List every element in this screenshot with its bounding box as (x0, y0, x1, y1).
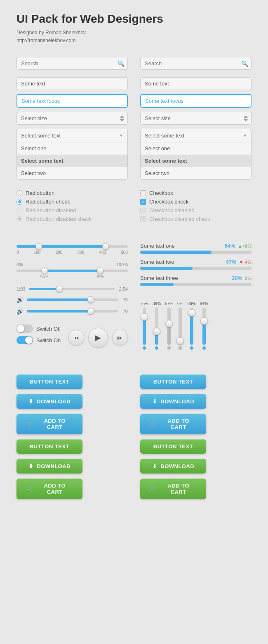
search-input-2[interactable] (140, 57, 252, 70)
progress-row-2: Some text two 47% ▼-4% (140, 259, 252, 270)
pct-handle-1[interactable] (41, 268, 48, 274)
range-slider: 0100200300400500 (16, 245, 128, 255)
progress-fill-1 (140, 251, 212, 254)
btn-cart-green-1[interactable]: 🛒 ADD TO CART (16, 478, 82, 499)
vol-1-track[interactable] (27, 298, 118, 301)
checkbox-label-2-0: Checkbox (149, 190, 173, 196)
dropdown-arrow-1: ▼ (119, 133, 123, 138)
btn-text-green-1[interactable]: BUTTON TEXT (16, 439, 82, 454)
volume-icon-2: 🔊 (16, 308, 24, 315)
dropdown-item-2-0[interactable]: Select one (141, 142, 251, 155)
dropdown-item-1-2[interactable]: Select two (17, 167, 127, 179)
checkbox-btn-2-3: ✓ (140, 216, 146, 222)
switch-on[interactable] (16, 336, 33, 344)
pct-handle-2[interactable] (97, 268, 103, 274)
v-slider-track-6[interactable] (202, 308, 206, 345)
btn-row-2-5: 🛒 ADD TO CART (140, 478, 252, 499)
v-slider-handle-3[interactable] (165, 320, 173, 327)
v-slider-dot-1 (143, 346, 146, 350)
dropdown-arrow-2: ▼ (243, 133, 247, 138)
dropdown-item-2-2[interactable]: Select two (141, 167, 251, 179)
btn-row-1-2: 🛒 ADD TO CART (16, 414, 128, 434)
vol-1-fill (27, 298, 91, 301)
time-handle[interactable] (56, 286, 63, 292)
v-slider-handle-5[interactable] (188, 309, 195, 317)
dropdown-header-1[interactable]: Select some text ▼ (17, 129, 127, 142)
btn-cart-blue-2[interactable]: 🛒 ADD TO CART (140, 414, 206, 434)
btn-text-blue-1[interactable]: BUTTON TEXT (16, 374, 82, 389)
v-slider-handle-4[interactable] (176, 337, 184, 345)
range-handle-2[interactable] (102, 243, 109, 250)
checkbox-btn-2-0[interactable] (140, 190, 146, 196)
v-slider-track-5[interactable] (190, 308, 193, 345)
btn-row-2-3: BUTTON TEXT (140, 439, 252, 454)
buttons-section: BUTTON TEXT ⬇ DOWNLOAD 🛒 ADD TO CART BUT… (16, 374, 252, 504)
dropdown-item-1-1[interactable]: Select some text (17, 155, 127, 167)
select-size-2[interactable]: Select size (140, 112, 252, 125)
btn-text-green-2[interactable]: BUTTON TEXT (140, 439, 206, 454)
btn-text-blue-2[interactable]: BUTTON TEXT (140, 374, 206, 389)
checkbox-btn-2-1[interactable]: ✓ (140, 199, 146, 205)
search-input-1[interactable] (16, 57, 128, 70)
dropdown-item-1-0[interactable]: Select one (17, 142, 127, 155)
range-handle-1[interactable] (35, 243, 42, 250)
pct-range-track[interactable] (16, 270, 128, 272)
page-title: UI Pack for Web Designers (16, 12, 252, 26)
search-icon-2: 🔍 (241, 60, 248, 67)
range-track[interactable] (16, 245, 128, 248)
text-focus-input-1[interactable] (16, 94, 128, 108)
v-slider-handle-6[interactable] (200, 317, 208, 325)
vol-1-handle[interactable] (87, 296, 94, 303)
radio-row-1-0[interactable]: Radiobutton (16, 190, 128, 196)
v-slider-handle-1[interactable] (141, 313, 148, 321)
btn-download-green-1[interactable]: ⬇ DOWNLOAD (16, 459, 82, 474)
progress-track-3 (140, 283, 252, 286)
btn-download-green-2[interactable]: ⬇ DOWNLOAD (140, 459, 206, 474)
switch-off[interactable] (16, 324, 33, 333)
radio-btn-1-2 (16, 208, 22, 213)
dropdown-header-2[interactable]: Select some text ▼ (141, 129, 251, 142)
progress-pct-1: 64% (225, 243, 235, 249)
btn-cart-blue-1[interactable]: 🛒 ADD TO CART (16, 414, 82, 434)
time-track[interactable] (29, 288, 115, 290)
range-labels: 0100200300400500 (16, 250, 128, 255)
search-wrap-1: 🔍 (16, 57, 128, 70)
btn-cart-green-2[interactable]: 🛒 ADD TO CART (140, 478, 206, 499)
v-slider-track-4[interactable] (179, 308, 182, 345)
radio-row-1-1[interactable]: Radiobutton check (16, 199, 128, 205)
media-next-button[interactable]: ⏭ (112, 330, 128, 346)
v-slider-dot-2 (155, 346, 158, 350)
cart-icon-green-2: 🛒 (150, 485, 158, 492)
v-slider-track-2[interactable] (155, 308, 158, 345)
v-slider-track-1[interactable] (143, 308, 146, 345)
v-slider-dot-4 (179, 346, 182, 350)
text-input-2[interactable] (140, 77, 252, 90)
radio-label-1-1: Radiobutton check (26, 199, 70, 205)
vertical-sliders: 75% 36% 57% (140, 301, 252, 350)
dropdown-item-2-1[interactable]: Select some text (141, 155, 251, 167)
btn-download-blue-2[interactable]: ⬇ DOWNLOAD (140, 394, 206, 409)
vol-2-handle[interactable] (87, 308, 94, 315)
radio-row-1-3: Radiobutton disabled check (16, 216, 128, 222)
btn-download-blue-1[interactable]: ⬇ DOWNLOAD (16, 394, 82, 409)
radio-btn-1-1[interactable] (16, 199, 22, 205)
checkbox-check-2-3: ✓ (141, 217, 145, 221)
media-prev-button[interactable]: ⏮ (68, 330, 84, 346)
v-slider-track-3[interactable] (167, 308, 171, 345)
pct-range-values: 25% 75% (16, 275, 128, 279)
radio-btn-1-0[interactable] (16, 190, 22, 196)
pct-range-slider: 0% 100% 25% 75% (16, 262, 128, 279)
vol-2-track[interactable] (27, 310, 118, 313)
v-slider-3: 57% (165, 301, 173, 350)
checkbox-row-2-0[interactable]: Checkbox (140, 190, 252, 196)
radio-label-1-2: Radiobutton disabled (26, 207, 76, 213)
text-input-1[interactable] (16, 77, 128, 90)
search-icon-1: 🔍 (118, 60, 125, 67)
text-focus-input-2[interactable] (140, 94, 252, 108)
select-size-1[interactable]: Select size (16, 112, 128, 125)
time-slider: 1:03 2:54 (16, 286, 128, 291)
checkbox-row-2-1[interactable]: ✓ Checkbox check (140, 199, 252, 205)
media-play-button[interactable]: ▶ (88, 328, 108, 348)
radio-dot-1-1 (18, 200, 21, 203)
v-slider-handle-2[interactable] (153, 328, 160, 335)
